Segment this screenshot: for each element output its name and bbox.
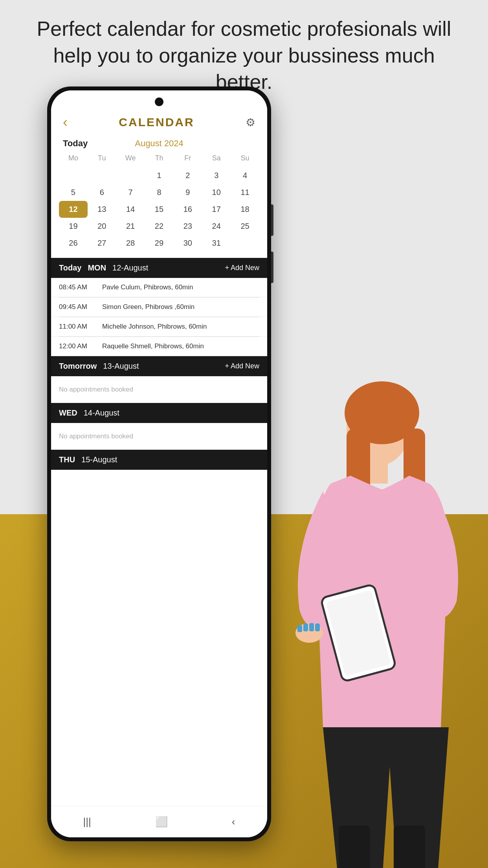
cal-cell-today[interactable]: 12 (59, 201, 88, 218)
day-today-label: Today (59, 263, 81, 272)
cal-cell[interactable]: 25 (231, 218, 259, 235)
cal-cell[interactable]: 21 (116, 218, 145, 235)
nav-back-icon[interactable]: ‹ (232, 816, 235, 828)
schedule-section: Today MON 12-August + Add New 08:45 AM P… (51, 258, 267, 470)
day-date-2: 13-August (103, 362, 218, 371)
cal-cell[interactable] (231, 235, 259, 252)
day-names-row: Mo Tu We Th Fr Sa Su (59, 152, 259, 165)
day-tu: Tu (88, 152, 116, 165)
no-appt-text: No appointments booked (59, 386, 133, 393)
cal-cell[interactable]: 9 (173, 184, 202, 201)
appt-row: 08:45 AM Pavle Culum, Phibrows, 60min (51, 278, 267, 297)
today-label[interactable]: Today (63, 138, 88, 149)
cal-cell[interactable]: 4 (231, 167, 259, 184)
cal-cell[interactable]: 10 (202, 184, 231, 201)
phone-bottom-bar: ||| ⬜ ‹ (51, 806, 267, 837)
cal-cell[interactable]: 30 (173, 235, 202, 252)
cal-cell[interactable]: 15 (145, 201, 174, 218)
appt-time: 09:45 AM (59, 303, 102, 311)
svg-rect-7 (303, 623, 308, 631)
cal-cell[interactable]: 2 (173, 167, 202, 184)
week-3: 12 13 14 15 16 17 18 (59, 201, 259, 218)
day-date-3: 14-August (84, 408, 259, 417)
day-tomorrow-label: Tomorrow (59, 362, 97, 371)
day-header-thu: THU 15-August (51, 450, 267, 470)
nav-recents-icon[interactable]: ||| (83, 816, 91, 828)
cal-cell[interactable]: 24 (202, 218, 231, 235)
cal-cell[interactable]: 27 (88, 235, 116, 252)
cal-cell[interactable]: 13 (88, 201, 116, 218)
week-2: 5 6 7 8 9 10 11 (59, 184, 259, 201)
svg-rect-12 (339, 826, 370, 868)
appt-detail: Raquelle Shmell, Phibrows, 60min (102, 342, 204, 350)
appt-row: 09:45 AM Simon Green, Phibrows ,60min (51, 298, 267, 317)
day-dow-3: WED (59, 408, 77, 417)
cal-cell[interactable]: 18 (231, 201, 259, 218)
cal-cell[interactable]: 14 (116, 201, 145, 218)
week-4: 19 20 21 22 23 24 25 (59, 218, 259, 235)
cal-cell[interactable]: 11 (231, 184, 259, 201)
cal-cell[interactable]: 3 (202, 167, 231, 184)
cal-cell[interactable]: 6 (88, 184, 116, 201)
day-su: Su (231, 152, 259, 165)
no-appt-wed: No appointments booked (51, 423, 267, 450)
week-5: 26 27 28 29 30 31 (59, 235, 259, 252)
back-button[interactable]: ‹ (63, 114, 68, 131)
day-sa: Sa (202, 152, 231, 165)
nav-home-icon[interactable]: ⬜ (155, 816, 168, 828)
cal-cell[interactable]: 23 (173, 218, 202, 235)
svg-rect-9 (315, 623, 320, 631)
no-appt-tomorrow: No appointments booked (51, 376, 267, 403)
day-mo: Mo (59, 152, 88, 165)
calendar-title: Calendar (119, 116, 194, 129)
svg-rect-6 (297, 625, 302, 632)
cal-cell[interactable]: 31 (202, 235, 231, 252)
month-label[interactable]: August 2024 (135, 138, 183, 149)
camera-dot (155, 97, 163, 106)
side-button-2 (271, 252, 273, 283)
svg-rect-13 (394, 826, 425, 868)
appt-time: 08:45 AM (59, 283, 102, 291)
marketing-text: Perfect calendar for cosmetic profesiona… (0, 16, 488, 96)
cal-cell[interactable]: 19 (59, 218, 88, 235)
add-new-btn-2[interactable]: + Add New (225, 362, 259, 370)
calendar-top-row: Today August 2024 (51, 137, 267, 152)
phone-frame: ‹ Calendar ⚙ Today August 2024 Mo Tu We … (47, 86, 271, 841)
cal-cell[interactable] (59, 167, 88, 184)
cal-cell[interactable]: 28 (116, 235, 145, 252)
appt-time: 12:00 AM (59, 342, 102, 350)
day-fr: Fr (173, 152, 202, 165)
appt-detail: Pavle Culum, Phibrows, 60min (102, 283, 193, 291)
appt-row: 12:00 AM Raquelle Shmell, Phibrows, 60mi… (51, 337, 267, 356)
no-appt-text-wed: No appointments booked (59, 432, 133, 440)
cal-cell[interactable] (116, 167, 145, 184)
svg-rect-8 (309, 623, 314, 631)
cal-cell[interactable]: 17 (202, 201, 231, 218)
cal-cell[interactable]: 26 (59, 235, 88, 252)
cal-cell[interactable]: 5 (59, 184, 88, 201)
day-dow-1: MON (88, 263, 106, 272)
cal-cell[interactable]: 1 (145, 167, 174, 184)
day-header-tomorrow: Tomorrow 13-August + Add New (51, 356, 267, 376)
cal-cell[interactable]: 8 (145, 184, 174, 201)
week-1: 1 2 3 4 (59, 167, 259, 184)
add-new-btn-1[interactable]: + Add New (225, 264, 259, 272)
cal-cell[interactable]: 22 (145, 218, 174, 235)
cal-cell[interactable]: 29 (145, 235, 174, 252)
day-we: We (116, 152, 145, 165)
appt-row: 11:00 AM Michelle Johnson, Phibrows, 60m… (51, 317, 267, 337)
side-button-1 (271, 204, 273, 236)
calendar-grid: Mo Tu We Th Fr Sa Su 1 2 3 4 (51, 152, 267, 258)
settings-icon[interactable]: ⚙ (246, 116, 255, 129)
phone-screen: ‹ Calendar ⚙ Today August 2024 Mo Tu We … (51, 90, 267, 837)
appt-detail: Michelle Johnson, Phibrows, 60min (102, 323, 207, 331)
appt-detail: Simon Green, Phibrows ,60min (102, 303, 194, 311)
cal-cell[interactable] (88, 167, 116, 184)
cal-cell[interactable]: 20 (88, 218, 116, 235)
cal-cell[interactable]: 7 (116, 184, 145, 201)
cal-cell[interactable]: 16 (173, 201, 202, 218)
day-header-today: Today MON 12-August + Add New (51, 258, 267, 278)
day-dow-4: THU (59, 455, 75, 464)
day-th: Th (145, 152, 174, 165)
day-date-1: 12-August (112, 263, 218, 272)
